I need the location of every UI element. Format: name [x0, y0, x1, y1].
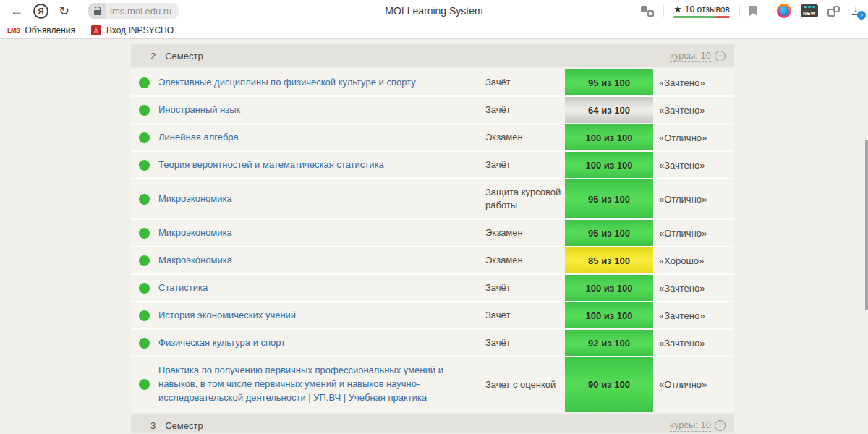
course-title-link[interactable]: Практика по получению первичных професси… — [158, 364, 485, 405]
semester-number: 2 — [150, 51, 156, 61]
status-dot-icon — [139, 338, 150, 349]
status-dot-icon — [139, 255, 150, 266]
assessment-type: Зачёт — [485, 76, 565, 89]
semester-3-header: 3 Семестр курсы: 10 + — [131, 414, 734, 433]
course-row: Практика по получению первичных професси… — [131, 357, 734, 412]
score-cell: 85 из 100 — [565, 247, 653, 273]
score-value: 92 из 100 — [588, 338, 630, 349]
assessment-type: Экзамен — [485, 226, 565, 239]
assessment-type: Защита курсовой работы — [485, 186, 565, 211]
semester-label: Семестр — [165, 420, 203, 431]
lms-page-content: 2 Семестр курсы: 10 − Элективные дисципл… — [0, 39, 868, 433]
score-value: 95 из 100 — [588, 77, 630, 88]
grade-text: «Отлично» — [653, 132, 734, 143]
course-title-link[interactable]: Физическая культура и спорт — [158, 336, 485, 350]
semester-label: Семестр — [165, 51, 203, 61]
course-row: Микроэкономика Защита курсовой работы 95… — [131, 179, 734, 218]
collections-icon[interactable] — [827, 6, 840, 17]
status-dot-icon — [139, 194, 150, 205]
back-button[interactable]: ← — [10, 4, 23, 17]
status-dot-icon — [139, 77, 150, 88]
course-title-link[interactable]: Макроэкономика — [158, 254, 485, 268]
course-row: Статистика Зачёт 100 из 100 «Зачтено» — [131, 275, 734, 301]
grade-text: «Отлично» — [653, 228, 734, 239]
course-title-link[interactable]: Элективные дисциплины по физической куль… — [158, 76, 485, 90]
refresh-button[interactable]: ↻ — [59, 4, 69, 17]
course-row: История экономических учений Зачёт 100 и… — [131, 302, 734, 328]
course-row: Физическая культура и спорт Зачёт 92 из … — [131, 330, 734, 356]
course-row: Элективные дисциплины по физической куль… — [131, 69, 734, 95]
reviews-count-label: 10 отзывов — [685, 4, 730, 14]
score-value: 100 из 100 — [585, 310, 632, 321]
grade-text: «Зачтено» — [653, 310, 734, 321]
grade-text: «Отлично» — [653, 194, 734, 205]
grades-table: Элективные дисциплины по физической куль… — [131, 69, 734, 412]
course-title-link[interactable]: Микроэкономика — [158, 226, 485, 240]
score-value: 95 из 100 — [588, 228, 630, 239]
score-value: 95 из 100 — [588, 194, 630, 205]
score-cell: 100 из 100 — [565, 302, 653, 328]
score-cell: 100 из 100 — [565, 152, 653, 178]
extension-orb-icon[interactable] — [777, 4, 791, 18]
score-value: 100 из 100 — [585, 132, 632, 143]
bookmark-item-announcements[interactable]: LMS Объявления — [7, 25, 75, 35]
grade-text: «Зачтено» — [653, 338, 734, 349]
downloads-badge: 2 — [857, 11, 866, 20]
course-row: Макроэкономика Экзамен 85 из 100 «Хорошо… — [131, 247, 734, 273]
score-cell: 95 из 100 — [565, 69, 653, 95]
score-value: 100 из 100 — [585, 283, 632, 294]
expand-plus-icon[interactable]: + — [715, 420, 726, 431]
vertical-scrollbar-thumb[interactable] — [865, 140, 868, 310]
status-dot-icon — [139, 160, 150, 171]
grade-text: «Зачтено» — [653, 77, 734, 88]
collapse-minus-icon[interactable]: − — [715, 51, 726, 61]
assessment-type: Зачёт — [485, 158, 565, 171]
courses-count-link[interactable]: курсы: 10 — [670, 420, 711, 432]
browser-toolbar: MOI Learning System ← Я ↻ lms.moi.edu.ru… — [0, 0, 868, 22]
tableau-icon[interactable] — [641, 5, 654, 17]
score-cell: 92 из 100 — [565, 330, 653, 356]
grade-text: «Зачтено» — [653, 160, 734, 171]
grade-text: «Отлично» — [653, 379, 734, 390]
course-row: Микроэкономика Экзамен 95 из 100 «Отличн… — [131, 220, 734, 246]
score-cell: 90 из 100 — [565, 357, 653, 412]
score-cell: 100 из 100 — [565, 124, 653, 150]
lock-icon[interactable] — [88, 3, 106, 19]
semester-2-header: 2 Семестр курсы: 10 − — [131, 44, 734, 67]
bookmark-label: Вход.INPSYCHO — [106, 25, 174, 35]
toolbar-separator — [767, 5, 767, 17]
new-extension-icon[interactable]: NEW — [801, 4, 818, 17]
bookmarks-bar: LMS Объявления Вход.INPSYCHO — [0, 22, 868, 39]
address-bar[interactable]: lms.moi.edu.ru — [88, 3, 179, 19]
courses-collapse-control[interactable]: курсы: 10 − — [670, 50, 726, 62]
downloads-button[interactable]: ↓ 2 — [849, 4, 862, 17]
score-value: 100 из 100 — [585, 160, 632, 171]
course-row: Иностранный язык Зачёт 64 из 100 «Зачтен… — [131, 97, 734, 123]
reviews-widget[interactable]: ★ 10 отзывов — [673, 4, 730, 18]
course-title-link[interactable]: Линейная алгебра — [158, 131, 485, 145]
score-cell: 95 из 100 — [565, 220, 653, 246]
status-dot-icon — [139, 379, 150, 390]
yandex-logo-icon[interactable]: Я — [33, 4, 48, 19]
score-value: 90 из 100 — [588, 379, 630, 390]
score-cell: 100 из 100 — [565, 275, 653, 301]
course-title-link[interactable]: Статистика — [158, 281, 485, 295]
url-text: lms.moi.edu.ru — [110, 6, 171, 17]
assessment-type: Экзамен — [485, 131, 565, 144]
shield-favicon-icon — [91, 25, 101, 35]
bookmark-icon[interactable] — [749, 6, 757, 17]
course-title-link[interactable]: Микроэкономика — [158, 192, 485, 206]
grade-text: «Зачтено» — [653, 283, 734, 294]
course-title-link[interactable]: Иностранный язык — [158, 103, 485, 117]
star-icon: ★ — [673, 4, 682, 14]
courses-expand-control[interactable]: курсы: 10 + — [670, 420, 726, 432]
course-title-link[interactable]: Теория вероятностей и математическая ста… — [158, 158, 485, 172]
assessment-type: Зачёт — [485, 281, 565, 294]
courses-count-link[interactable]: курсы: 10 — [670, 50, 711, 62]
assessment-type: Экзамен — [485, 254, 565, 267]
bookmark-item-login[interactable]: Вход.INPSYCHO — [91, 25, 174, 35]
course-row: Линейная алгебра Экзамен 100 из 100 «Отл… — [131, 124, 734, 150]
download-arrow-icon: ↓ — [854, 4, 859, 13]
toolbar-separator — [663, 5, 664, 17]
course-title-link[interactable]: История экономических учений — [158, 309, 485, 323]
